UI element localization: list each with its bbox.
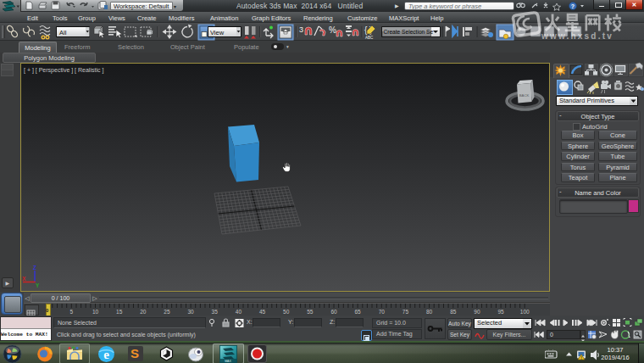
svg-text:45: 45 — [259, 309, 266, 315]
svg-text:40: 40 — [236, 309, 242, 315]
svg-text:Y: Y — [36, 282, 40, 288]
svg-text:95: 95 — [497, 309, 504, 315]
svg-text:50: 50 — [283, 309, 290, 315]
svg-text:BACK: BACK — [519, 93, 530, 98]
svg-text:75: 75 — [402, 309, 409, 315]
svg-text:80: 80 — [426, 309, 433, 315]
svg-text:55: 55 — [307, 309, 314, 315]
svg-text:65: 65 — [354, 309, 361, 315]
svg-text:20: 20 — [140, 309, 147, 315]
svg-text:MAX: MAX — [225, 360, 231, 363]
svg-text:Z: Z — [33, 265, 36, 271]
svg-text:100: 100 — [520, 309, 530, 315]
svg-text:25: 25 — [164, 309, 170, 315]
svg-text:5: 5 — [69, 309, 73, 315]
svg-text:85: 85 — [450, 309, 457, 315]
svg-text:X: X — [22, 276, 26, 282]
svg-text:15: 15 — [116, 309, 123, 315]
svg-text:?: ? — [571, 3, 575, 9]
svg-text:All: All — [59, 29, 67, 36]
svg-text:60: 60 — [330, 309, 337, 315]
svg-text:35: 35 — [212, 309, 219, 315]
svg-text:30: 30 — [187, 309, 194, 315]
svg-text:90: 90 — [474, 309, 480, 315]
svg-text:View: View — [210, 29, 225, 36]
svg-text:3: 3 — [299, 25, 303, 34]
svg-text:Create Selection Se: Create Selection Se — [384, 29, 434, 35]
svg-text:%: % — [329, 25, 336, 35]
svg-text:70: 70 — [379, 309, 386, 315]
svg-text:ABC: ABC — [365, 36, 374, 40]
svg-text:10: 10 — [92, 309, 99, 315]
